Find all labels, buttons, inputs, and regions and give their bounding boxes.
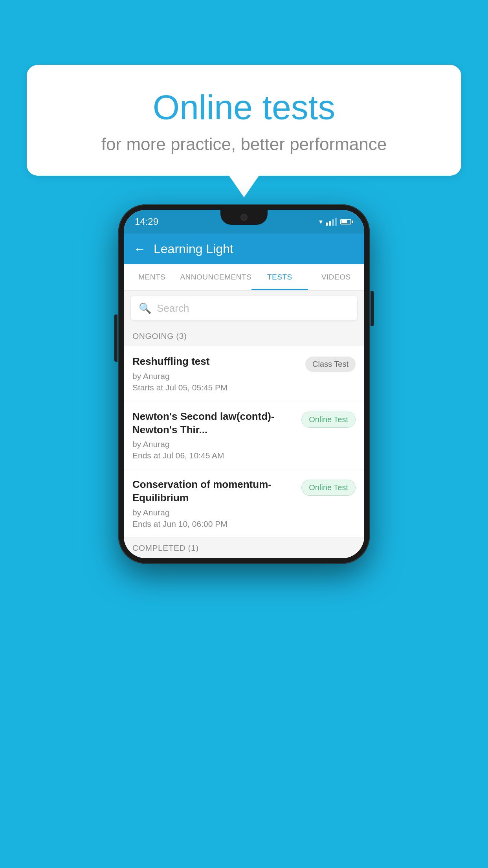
speech-bubble-container: Online tests for more practice, better p… xyxy=(27,65,461,197)
test-badge-1: Class Test xyxy=(305,357,356,372)
app-title: Learning Light xyxy=(154,242,233,256)
tab-tests[interactable]: TESTS xyxy=(251,264,308,290)
test-badge-3: Online Test xyxy=(301,480,356,496)
test-item-3[interactable]: Conservation of momentum-Equilibrium by … xyxy=(124,469,364,538)
back-button[interactable]: ← xyxy=(133,242,146,256)
app-bar: ← Learning Light xyxy=(124,234,364,264)
wifi-icon: ▾ xyxy=(319,217,323,226)
test-item-2[interactable]: Newton's Second law(contd)-Newton's Thir… xyxy=(124,401,364,470)
phone-outer: 14:29 ▾ ← Learning Lig xyxy=(118,204,370,564)
speech-bubble: Online tests for more practice, better p… xyxy=(27,65,461,176)
search-bar-wrapper: 🔍 Search xyxy=(124,291,364,326)
test-date-3: Ends at Jun 10, 06:00 PM xyxy=(132,519,295,529)
front-camera xyxy=(240,214,248,221)
test-name-2: Newton's Second law(contd)-Newton's Thir… xyxy=(132,410,295,437)
test-date-1: Starts at Jul 05, 05:45 PM xyxy=(132,383,299,392)
test-badge-2: Online Test xyxy=(301,412,356,428)
bubble-title: Online tests xyxy=(58,88,430,127)
search-placeholder: Search xyxy=(157,302,189,314)
test-name-3: Conservation of momentum-Equilibrium xyxy=(132,478,295,505)
tabs-bar: MENTS ANNOUNCEMENTS TESTS VIDEOS xyxy=(124,264,364,291)
speech-bubble-tail xyxy=(229,176,259,197)
test-info-2: Newton's Second law(contd)-Newton's Thir… xyxy=(132,410,295,461)
tab-announcements[interactable]: ANNOUNCEMENTS xyxy=(180,264,251,290)
tab-videos[interactable]: VIDEOS xyxy=(308,264,364,290)
phone-screen: 14:29 ▾ ← Learning Lig xyxy=(124,210,364,558)
notch xyxy=(220,210,268,225)
test-by-3: by Anurag xyxy=(132,508,295,517)
status-time: 14:29 xyxy=(135,216,158,227)
ongoing-section-header: ONGOING (3) xyxy=(124,326,364,346)
search-icon: 🔍 xyxy=(139,302,151,314)
test-by-2: by Anurag xyxy=(132,440,295,449)
phone-wrapper: 14:29 ▾ ← Learning Lig xyxy=(118,204,370,564)
test-info-3: Conservation of momentum-Equilibrium by … xyxy=(132,478,295,529)
signal-icon xyxy=(326,218,337,226)
test-name-1: Reshuffling test xyxy=(132,355,299,368)
bubble-subtitle: for more practice, better performance xyxy=(58,134,430,154)
tab-ments[interactable]: MENTS xyxy=(124,264,180,290)
test-date-2: Ends at Jul 06, 10:45 AM xyxy=(132,451,295,460)
status-bar: 14:29 ▾ xyxy=(124,210,364,234)
test-item-1[interactable]: Reshuffling test by Anurag Starts at Jul… xyxy=(124,346,364,401)
battery-icon xyxy=(340,219,353,224)
test-list: Reshuffling test by Anurag Starts at Jul… xyxy=(124,346,364,538)
status-icons: ▾ xyxy=(319,217,353,226)
test-info-1: Reshuffling test by Anurag Starts at Jul… xyxy=(132,355,299,392)
test-by-1: by Anurag xyxy=(132,371,299,381)
completed-section-header: COMPLETED (1) xyxy=(124,538,364,558)
search-bar[interactable]: 🔍 Search xyxy=(131,296,357,320)
